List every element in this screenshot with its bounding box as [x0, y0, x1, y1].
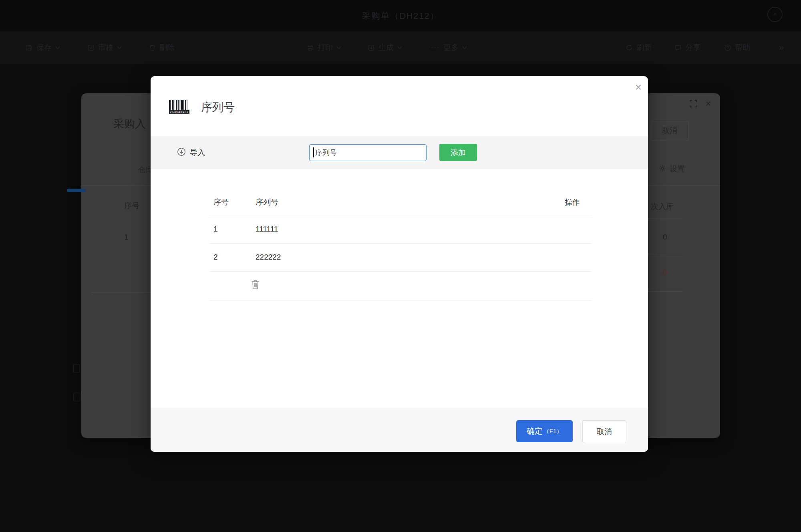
table-row-no: 1 [213, 225, 218, 234]
barcode-bars [169, 100, 189, 110]
toolbar-help-button[interactable]: 帮助 [724, 31, 750, 64]
panel-close-icon[interactable]: × [706, 99, 711, 109]
gear-icon [659, 165, 666, 174]
panel-cancel-button[interactable]: 取消 [651, 121, 688, 141]
double-chevron-right-icon: » [779, 42, 783, 53]
toolbar-delete-button[interactable]: 删除 [149, 31, 175, 64]
chevron-down-icon [397, 46, 402, 49]
modal-close-icon[interactable]: × [631, 80, 646, 95]
save-icon [26, 44, 33, 51]
chevron-down-icon [462, 46, 467, 49]
panel-row-no: 1 [124, 233, 129, 242]
toolbar-share-button[interactable]: 分享 [674, 31, 700, 64]
audit-check-icon [87, 44, 95, 51]
confirm-label: 确定 [527, 426, 543, 437]
barcode-icon: 253146987 [169, 100, 189, 114]
chevron-down-icon [55, 46, 60, 49]
trash-icon [149, 44, 156, 51]
download-circle-icon [177, 147, 186, 158]
toolbar-refresh-button[interactable]: 刷新 [626, 31, 652, 64]
table-row-serial: 222222 [256, 253, 281, 262]
table-row-divider [209, 243, 592, 244]
col-header-serial: 序列号 [256, 197, 278, 208]
table-row-divider [209, 271, 592, 272]
chevron-down-icon [336, 46, 341, 49]
confirm-hotkey: （F1） [543, 427, 563, 435]
panel-title-fragment: 采购入 [113, 117, 146, 131]
fullscreen-icon[interactable] [690, 100, 697, 109]
panel-divider [91, 292, 151, 293]
panel-divider [648, 291, 682, 292]
toolbar-save-button[interactable]: 保存 [26, 31, 60, 64]
page-title: 采购单（DH212） [0, 10, 801, 22]
document-arrow-icon [368, 44, 375, 51]
panel-col-inbound: 次入库 [651, 202, 674, 212]
serial-number-modal: × 253146987 序列号 导入 添加 序号 序列号 操作 1 111111… [151, 76, 648, 452]
toolbar-print-label: 打印 [318, 42, 333, 53]
panel-settings-label: 设置 [670, 164, 685, 174]
toolbar-help-label: 帮助 [735, 42, 750, 53]
barcode-digits: 253146987 [169, 110, 189, 114]
toolbar-collapse-button[interactable]: » [779, 31, 783, 64]
printer-icon [306, 44, 314, 51]
add-button[interactable]: 添加 [439, 144, 477, 161]
toolbar-refresh-label: 刷新 [636, 42, 652, 53]
col-header-action: 操作 [557, 197, 580, 208]
active-tab-indicator [67, 189, 86, 192]
panel-row-qty: 0 [663, 233, 667, 242]
table-row-no: 2 [213, 253, 218, 262]
cancel-button[interactable]: 取消 [582, 420, 626, 443]
panel-col-no: 序号 [124, 201, 139, 211]
order-toolbar: 保存 审核 删除 打印 生成 ⋯ 更多 刷新 [0, 31, 801, 64]
panel-divider [648, 256, 682, 256]
toolbar-audit-button[interactable]: 审核 [87, 31, 122, 64]
toolbar-more-label: 更多 [443, 42, 459, 53]
modal-action-bar: 导入 添加 [151, 136, 648, 169]
text-caret [313, 147, 314, 157]
ellipsis-icon: ⋯ [431, 42, 440, 53]
toolbar-print-button[interactable]: 打印 [306, 31, 341, 64]
table-row-divider [209, 300, 592, 300]
toolbar-generate-label: 生成 [378, 42, 394, 53]
import-button[interactable]: 导入 [177, 136, 205, 169]
toolbar-delete-label: 删除 [159, 42, 175, 53]
table-row-serial: 111111 [256, 225, 278, 234]
chevron-down-icon [117, 46, 122, 49]
help-circle-icon [724, 44, 731, 51]
col-header-no: 序号 [213, 197, 229, 208]
toolbar-generate-button[interactable]: 生成 [368, 31, 402, 64]
app-root: 采购单（DH212） × 保存 审核 删除 打印 生成 ⋯ [0, 0, 801, 532]
serial-input[interactable] [309, 144, 427, 161]
toolbar-save-label: 保存 [36, 42, 52, 53]
background-sidebar-icon [73, 393, 81, 401]
import-label: 导入 [190, 147, 205, 158]
delete-row-trash-icon[interactable] [251, 280, 260, 291]
toolbar-more-button[interactable]: ⋯ 更多 [431, 31, 467, 64]
app-header: 采购单（DH212） × [0, 0, 801, 31]
panel-row-qty-red: 0 [663, 268, 667, 277]
confirm-button[interactable]: 确定 （F1） [516, 420, 573, 442]
modal-footer: 确定 （F1） 取消 [151, 409, 648, 452]
modal-title: 序列号 [201, 100, 235, 115]
refresh-icon [626, 44, 633, 51]
chat-bubble-icon [674, 44, 682, 51]
close-circle-icon[interactable]: × [767, 7, 783, 22]
toolbar-audit-label: 审核 [98, 42, 113, 53]
background-sidebar-icon [73, 364, 80, 373]
panel-settings-button[interactable]: 设置 [659, 164, 685, 174]
panel-divider [648, 219, 682, 219]
serial-input-field[interactable] [310, 145, 426, 161]
table-header-divider [209, 215, 592, 215]
toolbar-share-label: 分享 [685, 42, 700, 53]
